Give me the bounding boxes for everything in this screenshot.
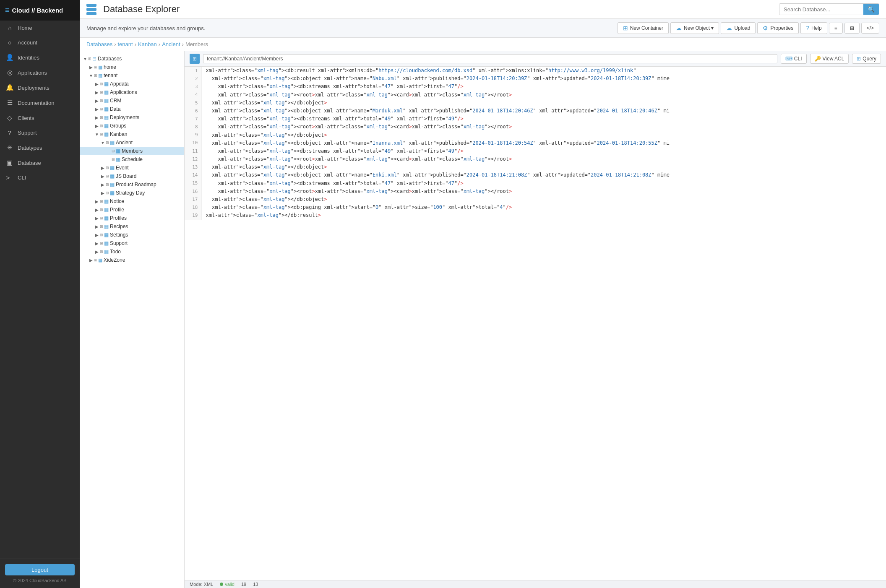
- sidebar-item-deployments[interactable]: 🔔Deployments: [0, 80, 80, 95]
- item-icon: ▦: [116, 148, 120, 154]
- tree-item-event[interactable]: ▶ ⊞ ▦ Event: [80, 164, 184, 172]
- line-content: xml-attr">class="xml-tag"><db:object xml…: [201, 171, 886, 179]
- code-line: 4 xml-attr">class="xml-tag"><root>xml-at…: [185, 91, 886, 99]
- code-line: 17 xml-attr">class="xml-tag"></db:object…: [185, 195, 886, 203]
- applications-icon: ◎: [6, 69, 13, 76]
- line-content: xml-attr">class="xml-tag"><db:result xml…: [201, 67, 886, 75]
- tree-label-js-board: JS Board: [116, 173, 136, 179]
- sidebar-item-account[interactable]: ○Account: [0, 35, 80, 50]
- tree-item-notice[interactable]: ▶ ⊞ ▦ Notice: [80, 197, 184, 206]
- upload-button[interactable]: ☁ Upload: [721, 22, 756, 34]
- tree-plus-appdata: ⊞: [100, 82, 103, 86]
- sidebar-item-documentation[interactable]: ☰Documentation: [0, 95, 80, 110]
- tree-item-deployments[interactable]: ▶ ⊞ ▦ Deployments: [80, 113, 184, 122]
- line-number: 1: [185, 67, 201, 75]
- tree-plus-members: ⊞: [112, 149, 115, 153]
- xml-path-input[interactable]: [203, 54, 777, 63]
- new-container-button[interactable]: ⊞ New Container: [618, 22, 669, 34]
- line-number: 6: [185, 107, 201, 115]
- tree-plus-crm: ⊞: [100, 99, 103, 103]
- tree-item-product-roadmap[interactable]: ▶ ⊞ ▦ Product Roadmap: [80, 180, 184, 189]
- help-button[interactable]: ? Help: [800, 22, 827, 34]
- line-number: 16: [185, 187, 201, 195]
- code-line: 3 xml-attr">class="xml-tag"><db:streams …: [185, 83, 886, 91]
- tree-item-todo[interactable]: ▶ ⊞ ▦ Todo: [80, 247, 184, 256]
- folder-icon: ▦: [104, 240, 109, 246]
- database-icon: ▣: [6, 159, 13, 167]
- new-object-button[interactable]: ☁ New Object ▾: [670, 22, 719, 34]
- view-grid-button[interactable]: ⊞: [844, 23, 860, 34]
- tree-item-profile[interactable]: ▶ ⊞ ▦ Profile: [80, 206, 184, 214]
- cli-button[interactable]: ⌨ CLI: [781, 54, 807, 64]
- view-list-button[interactable]: ≡: [829, 23, 843, 34]
- tree-label-data: Data: [110, 106, 120, 112]
- line-number: 9: [185, 131, 201, 139]
- xml-toolbar: ⊞ ⌨ CLI 🔑 View ACL ⊞ Query: [185, 51, 886, 67]
- search-input[interactable]: [779, 4, 863, 15]
- tree-item-groups[interactable]: ▶ ⊞ ▦ Groups: [80, 122, 184, 130]
- sidebar-item-applications[interactable]: ◎Applications: [0, 65, 80, 80]
- tree-label-ancient: Ancient: [116, 140, 133, 146]
- tree-item-crm[interactable]: ▶ ⊞ ▦ CRM: [80, 96, 184, 105]
- line-content: xml-attr">class="xml-tag"></db:object>: [201, 163, 886, 171]
- valid-label: valid: [225, 582, 235, 587]
- tree-item-kanban[interactable]: ▼ ⊞ ▦ Kanban: [80, 130, 184, 138]
- tree-plus-data: ⊞: [100, 107, 103, 111]
- tree-item-ancient[interactable]: ▼ ⊞ ▦ Ancient: [80, 138, 184, 147]
- tree-item-settings[interactable]: ▶ ⊞ ▦ Settings: [80, 231, 184, 239]
- folder-icon: ▦: [104, 198, 109, 204]
- sidebar-item-home[interactable]: ⌂Home: [0, 21, 80, 35]
- line-number: 11: [185, 147, 201, 155]
- line-content: xml-attr">class="xml-tag"><db:streams xm…: [201, 147, 886, 155]
- breadcrumb-databases[interactable]: Databases: [86, 41, 112, 47]
- folder-icon: ▦: [104, 81, 109, 87]
- tree-item-databases-root[interactable]: ▼ ⊞ ⊟ Databases: [80, 55, 184, 63]
- breadcrumb-ancient[interactable]: Ancient: [162, 41, 180, 47]
- tree-plus-settings: ⊞: [100, 233, 103, 237]
- tree-item-tenant[interactable]: ▼ ⊞ ▦ tenant: [80, 71, 184, 80]
- tree-item-members[interactable]: ⊞ ▦ Members: [80, 147, 184, 155]
- tree-label-home: home: [104, 64, 116, 70]
- tree-item-schedule[interactable]: ⊞ ▦ Schedule: [80, 155, 184, 164]
- tree-item-appdata[interactable]: ▶ ⊞ ▦ Appdata: [80, 80, 184, 88]
- tree-item-strategy-day[interactable]: ▶ ⊞ ▦ Strategy Day: [80, 189, 184, 197]
- sidebar-item-cli[interactable]: >_CLI: [0, 170, 80, 185]
- sidebar-item-clients[interactable]: ◇Clients: [0, 110, 80, 125]
- item-icon: ▦: [116, 156, 120, 162]
- search-box: 🔍: [779, 3, 879, 15]
- query-button[interactable]: ⊞ Query: [852, 54, 881, 64]
- properties-button[interactable]: ⚙ Properties: [757, 22, 799, 34]
- folder-icon: ▦: [104, 224, 109, 229]
- code-line: 7 xml-attr">class="xml-tag"><db:streams …: [185, 115, 886, 123]
- tree-plus-groups: ⊞: [100, 124, 103, 128]
- line-content: xml-attr">class="xml-tag"><db:streams xm…: [201, 83, 886, 91]
- code-line: 6 xml-attr">class="xml-tag"><db:object x…: [185, 107, 886, 115]
- breadcrumb-members: Members: [185, 41, 208, 47]
- tree-item-support[interactable]: ▶ ⊞ ▦ Support: [80, 239, 184, 247]
- properties-icon: ⚙: [763, 25, 768, 31]
- tree-item-home[interactable]: ▶ ⊞ ▦ home: [80, 63, 184, 71]
- view-code-button[interactable]: </>: [861, 23, 879, 34]
- line-content: xml-attr">class="xml-tag"><db:object xml…: [201, 75, 886, 83]
- breadcrumb-kanban[interactable]: Kanban: [138, 41, 157, 47]
- line-content: xml-attr">class="xml-tag"></db:object>: [201, 195, 886, 203]
- tree-item-data[interactable]: ▶ ⊞ ▦ Data: [80, 105, 184, 113]
- sidebar-item-database[interactable]: ▣Database: [0, 155, 80, 170]
- breadcrumb-tenant[interactable]: tenant: [118, 41, 133, 47]
- sidebar-item-datatypes[interactable]: ✳Datatypes: [0, 140, 80, 155]
- logout-button[interactable]: Logout: [5, 564, 75, 575]
- root-icon: ⊟: [92, 56, 96, 62]
- tree-item-recipes[interactable]: ▶ ⊞ ▦ Recipes: [80, 222, 184, 231]
- upload-icon: ☁: [726, 25, 732, 31]
- sidebar-item-identities[interactable]: 👤Identities: [0, 50, 80, 65]
- view-acl-button[interactable]: 🔑 View ACL: [810, 54, 849, 64]
- tree-item-xidezone[interactable]: ▶ ⊞ ▦ XideZone: [80, 256, 184, 264]
- tree-plus-support: ⊞: [100, 241, 103, 245]
- tree-item-applications[interactable]: ▶ ⊞ ▦ Applications: [80, 88, 184, 96]
- line-number: 10: [185, 139, 201, 147]
- tree-item-js-board[interactable]: ▶ ⊞ ▦ JS Board: [80, 172, 184, 180]
- tree-item-profiles[interactable]: ▶ ⊞ ▦ Profiles: [80, 214, 184, 222]
- search-button[interactable]: 🔍: [863, 4, 879, 15]
- sidebar-item-support[interactable]: ?Support: [0, 125, 80, 140]
- help-icon: ?: [806, 25, 809, 31]
